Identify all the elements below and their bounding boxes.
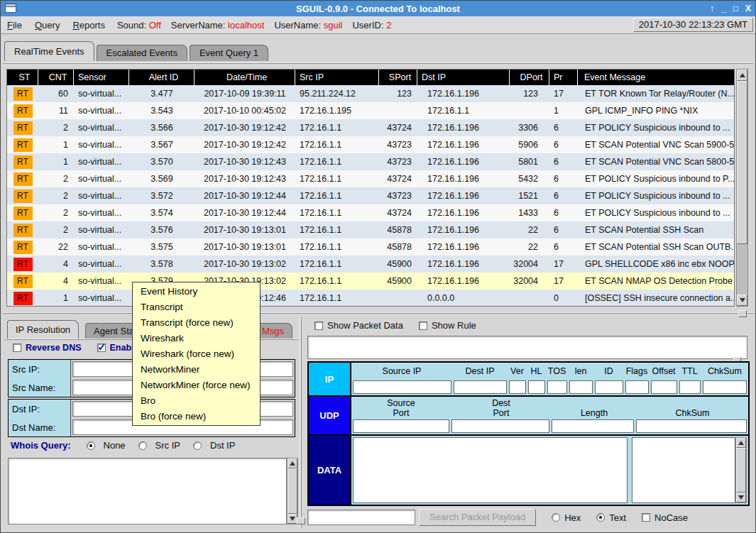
minimize-icon[interactable]: _: [721, 4, 726, 13]
status-userid: UserID: 2: [352, 20, 391, 31]
table-row[interactable]: RT2so-virtual...3.5742017-10-30 19:12:44…: [7, 204, 734, 221]
table-row[interactable]: RT2so-virtual...3.5662017-10-30 19:12:42…: [7, 119, 734, 136]
ip-field-7[interactable]: [625, 380, 649, 394]
payload-scrollbar[interactable]: [735, 437, 747, 503]
ip-field-8[interactable]: [651, 380, 677, 394]
ip-field-1[interactable]: [454, 380, 507, 394]
udp-field-1[interactable]: [451, 419, 549, 433]
enable-external-dns-checkbox[interactable]: [97, 344, 106, 352]
event-table-scrollbar[interactable]: [736, 69, 748, 307]
scroll-down-icon[interactable]: [287, 514, 297, 524]
context-menu-item-wireshark[interactable]: Wireshark: [133, 331, 260, 346]
whois-option-dst-ip[interactable]: Dst IP: [193, 440, 235, 451]
ip-field-6[interactable]: [595, 380, 623, 394]
udp-field-3[interactable]: [636, 419, 747, 433]
context-menu-item-networkminer-force-new-[interactable]: NetworkMiner (force new): [133, 378, 260, 393]
context-menu-item-transcript[interactable]: Transcript: [133, 300, 260, 315]
table-row[interactable]: RT2so-virtual...3.5692017-10-30 19:12:43…: [7, 170, 734, 187]
radio-icon[interactable]: [87, 441, 95, 450]
whois-scrollbar[interactable]: [287, 458, 298, 524]
table-row[interactable]: RT1so-virtual...3.5702017-10-30 19:12:43…: [7, 153, 734, 170]
ip-field-2[interactable]: [509, 380, 526, 394]
show-packet-data-checkbox[interactable]: [314, 322, 323, 330]
vertical-sash[interactable]: [300, 317, 302, 528]
context-menu-item-wireshark-force-new-[interactable]: Wireshark (force new): [133, 346, 260, 362]
column-header-dst-ip[interactable]: Dst IP: [417, 70, 510, 85]
ip-header-dest ip: Dest IP: [452, 366, 508, 376]
ip-field-5[interactable]: [569, 380, 593, 394]
column-header-sport[interactable]: SPort: [379, 70, 417, 85]
maximize-icon[interactable]: □: [733, 4, 738, 13]
tab-escalated-events[interactable]: Escalated Events: [97, 45, 187, 61]
status-badge: RT: [13, 224, 33, 237]
table-row[interactable]: RT11so-virtual...3.5432017-10-10 00:45:0…: [7, 102, 734, 119]
radio-icon[interactable]: [193, 441, 202, 450]
radio-icon[interactable]: [552, 513, 560, 522]
table-row[interactable]: RT22so-virtual...3.5752017-10-30 19:13:0…: [7, 238, 734, 255]
whois-option-src-ip[interactable]: Src IP: [138, 440, 180, 451]
radio-icon[interactable]: [138, 441, 147, 450]
nocase-checkbox[interactable]: [642, 513, 650, 522]
radio-icon[interactable]: [596, 513, 605, 522]
payload-search-input[interactable]: [307, 510, 415, 525]
status-badge: RT: [13, 207, 33, 220]
whois-result-textarea[interactable]: [8, 458, 287, 524]
whois-option-none[interactable]: None: [87, 440, 126, 451]
column-header-cnt[interactable]: CNT: [38, 70, 74, 85]
context-menu-item-bro-force-new-[interactable]: Bro (force new): [133, 409, 260, 424]
ip-field-0[interactable]: [353, 380, 451, 394]
status-badge: RT: [13, 241, 33, 254]
column-header-alert-id[interactable]: Alert ID: [129, 70, 195, 85]
scroll-down-icon[interactable]: [737, 295, 747, 306]
context-menu-item-transcript-force-new-[interactable]: Transcript (force new): [133, 315, 260, 331]
context-menu-item-bro[interactable]: Bro: [133, 393, 260, 409]
menu-query[interactable]: Query: [28, 20, 66, 31]
scroll-up-icon[interactable]: [737, 70, 747, 81]
udp-field-0[interactable]: [353, 419, 449, 433]
table-row[interactable]: RT2so-virtual...3.5762017-10-30 19:13:01…: [7, 221, 734, 238]
udp-header-row: Source PortDest PortLengthChkSum: [351, 397, 748, 419]
scrollbar-thumb[interactable]: [737, 81, 747, 244]
ip-field-3[interactable]: [528, 380, 545, 394]
menu-reports[interactable]: Reports: [66, 20, 111, 31]
tab-realtime-events[interactable]: RealTime Events: [4, 41, 94, 61]
payload-hex-view[interactable]: [353, 437, 628, 503]
ip-field-4[interactable]: [547, 380, 567, 394]
table-row[interactable]: RT2so-virtual...3.5722017-10-30 19:12:44…: [7, 187, 734, 204]
sash-handle[interactable]: [738, 310, 747, 317]
column-header-event-message[interactable]: Event Message: [578, 70, 734, 85]
ip-field-9[interactable]: [679, 380, 701, 394]
reverse-dns-checkbox[interactable]: [13, 344, 21, 352]
column-header-dport[interactable]: DPort: [510, 70, 549, 85]
table-row[interactable]: RT4so-virtual...3.5782017-10-30 19:13:02…: [7, 255, 734, 273]
table-row[interactable]: RT4so-virtual...3.5792017-10-30 19:13:02…: [7, 273, 734, 290]
tab-ip-resolution[interactable]: IP Resolution: [7, 320, 79, 339]
scroll-up-icon[interactable]: [736, 438, 746, 448]
scroll-up-icon[interactable]: [287, 458, 297, 468]
table-row[interactable]: RT1so-virtual...3.5672017-10-30 19:12:42…: [7, 136, 734, 153]
payload-text-view[interactable]: [632, 437, 735, 503]
ip-header-ttl: TTL: [678, 366, 701, 376]
close-icon[interactable]: X: [745, 4, 751, 13]
shade-icon[interactable]: ↑: [710, 4, 714, 13]
context-menu-item-event-history[interactable]: Event History: [133, 284, 260, 300]
status-badge: RT: [13, 138, 33, 152]
menu-file[interactable]: File: [1, 20, 28, 31]
context-menu-item-networkminer[interactable]: NetworkMiner: [133, 362, 260, 378]
column-header-pr[interactable]: Pr: [549, 70, 578, 85]
search-mode-text[interactable]: Text: [596, 512, 626, 523]
column-header-date-time[interactable]: Date/Time: [195, 70, 295, 85]
column-header-src-ip[interactable]: Src IP: [295, 70, 379, 85]
tab-event-query-1[interactable]: Event Query 1: [190, 45, 268, 61]
search-mode-hex[interactable]: Hex: [552, 512, 581, 523]
column-header-st[interactable]: ST: [7, 70, 38, 85]
ip-field-10[interactable]: [703, 380, 747, 394]
scroll-down-icon[interactable]: [736, 493, 746, 502]
table-row[interactable]: RT60so-virtual...3.4772017-10-09 19:39:1…: [7, 85, 734, 102]
column-header-sensor[interactable]: Sensor: [74, 70, 129, 85]
show-rule-checkbox[interactable]: [419, 322, 427, 330]
search-packet-payload-button[interactable]: Search Packet Payload: [419, 509, 536, 526]
udp-field-2[interactable]: [552, 419, 634, 433]
table-row[interactable]: RT1so-virtual...2017-10-30 19:12:46172.1…: [7, 290, 734, 307]
horizontal-sash[interactable]: [1, 309, 755, 317]
